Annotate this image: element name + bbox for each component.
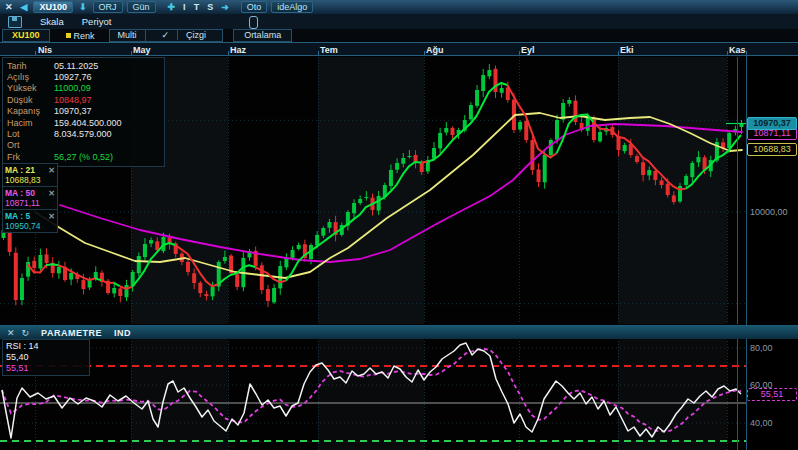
y-axis-label: 40,00	[750, 418, 773, 428]
month-tick	[727, 51, 728, 55]
crosshair-tool-icon[interactable]: ✚	[166, 1, 178, 13]
field-label: Açılış	[7, 72, 54, 82]
tab-parametre[interactable]: PARAMETRE	[41, 328, 102, 338]
close-icon[interactable]: ✕	[48, 166, 55, 175]
menu-periyot[interactable]: Periyot	[82, 16, 112, 27]
menu-bar: Skala Periyot	[0, 14, 798, 30]
month-label: Eyl	[521, 45, 535, 55]
quote-data-panel: Tarih05.11.2025 Açılış10927,76 Yüksek110…	[2, 57, 165, 167]
ma-value: 10688,83	[5, 175, 55, 185]
ma50-legend: MA : 50✕ 10871,11	[2, 186, 58, 210]
month-label: Ağu	[426, 45, 444, 55]
month-tick	[131, 51, 132, 55]
dropdown-arrow-icon[interactable]: ⬇	[77, 1, 89, 13]
rsi-name: RSI : 14	[6, 341, 86, 352]
field-label: Lot	[7, 129, 54, 139]
month-label: Tem	[320, 45, 338, 55]
field-value: 10970,37	[54, 106, 92, 116]
idealgo-button[interactable]: ideAlgo	[271, 1, 313, 13]
ma-value: 10871,11	[5, 198, 55, 208]
ma21-legend: MA : 21✕ 10688,83	[2, 163, 58, 187]
month-tick	[424, 51, 425, 55]
field-value: 159.404.500.000	[54, 118, 122, 128]
indicator-panel-header: ✕ ↻ PARAMETRE IND	[0, 325, 798, 339]
month-label: Kas	[729, 45, 746, 55]
menu-skala[interactable]: Skala	[40, 16, 64, 27]
trendline-tool-icon[interactable]: T	[192, 1, 202, 13]
field-value: 05.11.2025	[54, 61, 98, 71]
refresh-icon[interactable]: ↻	[22, 328, 30, 338]
save-icon[interactable]	[8, 16, 22, 28]
ma5-legend: MA : 5✕ 10950,74	[2, 209, 58, 233]
ma21-price-box: 10688,83	[747, 143, 797, 156]
rsi-legend: RSI : 14 55,40 55,51	[2, 339, 90, 376]
field-label: Ort	[7, 140, 54, 150]
field-label: Tarih	[7, 61, 54, 71]
color-swatch-icon	[66, 33, 71, 38]
field-value: 8.034.579.000	[54, 129, 112, 139]
field-value: 10848,97	[54, 95, 92, 105]
ma-value: 10950,74	[5, 221, 55, 231]
close-icon[interactable]: ✕	[3, 1, 15, 13]
ma-label: MA : 50	[5, 188, 35, 198]
multi-cizgi-segment: Multi ✓Çizgi	[109, 29, 224, 42]
field-value: 10927,76	[54, 72, 92, 82]
tab-bar: XU100 Renk Multi ✓Çizgi Ortalama	[0, 29, 798, 42]
check-icon: ✓	[154, 30, 178, 40]
field-label: Yüksek	[7, 83, 54, 93]
month-label: May	[133, 45, 151, 55]
renk-control[interactable]: Renk	[66, 31, 95, 41]
x-axis-months: NisMayHazTemAğuEylEkiKas	[0, 42, 798, 56]
month-tick	[35, 51, 36, 55]
orj-button[interactable]: ORJ	[93, 1, 123, 13]
field-label: Düşük	[7, 95, 54, 105]
field-label: Frk	[7, 152, 54, 162]
ma-label: MA : 21	[5, 165, 35, 175]
symbol-button[interactable]: XU100	[33, 1, 73, 13]
month-tick	[519, 51, 520, 55]
ma-label: MA : 5	[5, 211, 30, 221]
field-label: Kapanış	[7, 106, 54, 116]
month-label: Eki	[620, 45, 634, 55]
month-tick	[228, 51, 229, 55]
indicator-tool-icon[interactable]: I	[181, 1, 188, 13]
month-tick	[746, 51, 747, 55]
close-icon[interactable]: ✕	[48, 212, 55, 221]
settings-tool-icon[interactable]: S	[205, 1, 215, 13]
rsi-signal-value: 55,51	[6, 363, 86, 374]
field-label: Hacim	[7, 118, 54, 128]
title-bar: ✕ ◀ XU100 ⬇ ORJ Gün ✚ I T S ➜ Oto ideAlg…	[0, 0, 798, 14]
last-price-box: 10970,37	[747, 117, 797, 130]
month-band	[318, 57, 424, 324]
field-value: 11000,09	[54, 83, 91, 93]
tab-cizgi[interactable]: ✓Çizgi	[145, 30, 223, 41]
rsi-value: 55,40	[6, 352, 86, 363]
month-label: Nis	[38, 45, 52, 55]
month-label: Haz	[230, 45, 246, 55]
close-icon[interactable]: ✕	[7, 328, 15, 338]
month-tick	[618, 51, 619, 55]
close-icon[interactable]: ✕	[48, 189, 55, 198]
ma5-line	[46, 264, 58, 265]
tab-ind[interactable]: IND	[114, 328, 131, 338]
ma5-line	[421, 162, 427, 163]
oto-button[interactable]: Oto	[241, 1, 268, 13]
back-arrow-icon[interactable]: ◀	[19, 1, 30, 13]
forward-arrow-icon[interactable]: ➜	[219, 1, 231, 13]
month-band	[618, 57, 727, 324]
y-axis-label: 60,00	[750, 380, 773, 390]
y-axis-label: 10000,00	[750, 207, 788, 217]
text-cursor-box	[249, 16, 258, 29]
period-gun-button[interactable]: Gün	[127, 1, 156, 13]
month-tick	[318, 51, 319, 55]
tab-ortalama[interactable]: Ortalama	[233, 29, 292, 42]
tab-symbol-xu100[interactable]: XU100	[2, 29, 50, 42]
y-axis-label: 80,00	[750, 343, 773, 353]
field-value: 56,27 (% 0,52)	[54, 152, 113, 162]
tab-multi[interactable]: Multi	[110, 30, 145, 41]
